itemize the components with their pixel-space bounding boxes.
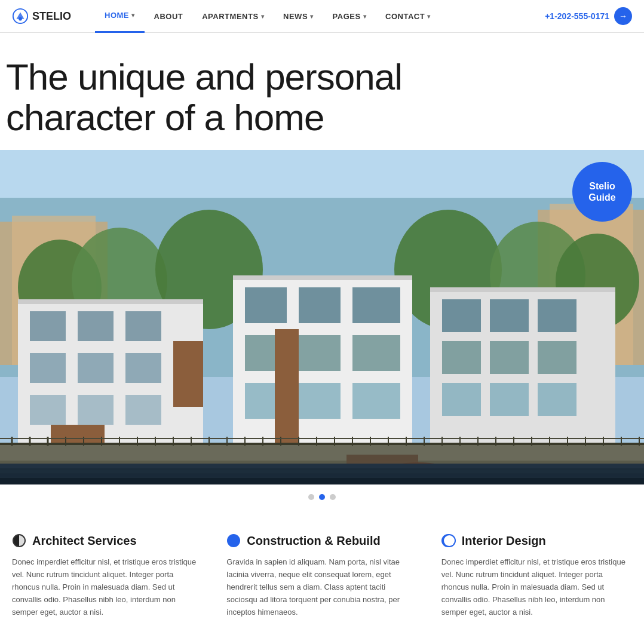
svg-rect-104 <box>0 474 644 477</box>
svg-rect-16 <box>18 299 203 304</box>
slider-dot-3[interactable] <box>330 494 336 500</box>
svg-rect-103 <box>0 470 644 473</box>
chevron-down-icon: ▾ <box>261 13 265 20</box>
svg-rect-99 <box>0 438 644 439</box>
svg-rect-25 <box>125 395 161 425</box>
slider-dots <box>0 484 644 510</box>
nav-item-about[interactable]: ABOUT <box>145 0 193 33</box>
chevron-down-icon: ▾ <box>363 13 367 20</box>
svg-rect-18 <box>78 311 114 341</box>
svg-rect-32 <box>352 287 400 323</box>
svg-point-1 <box>19 17 22 21</box>
feature-construction-text: Gravida in sapien id aliquam. Nam porta,… <box>226 556 417 618</box>
logo-icon <box>12 8 29 24</box>
logo[interactable]: STELIO <box>12 8 71 24</box>
feature-architect-title: Architect Services <box>12 533 203 548</box>
feature-architect: Architect Services Donec imperdiet effic… <box>6 533 208 618</box>
slider-dot-1[interactable] <box>308 494 314 500</box>
features-section: Architect Services Donec imperdiet effic… <box>0 510 644 630</box>
svg-rect-35 <box>352 335 400 371</box>
svg-rect-102 <box>0 464 644 468</box>
hero-building-svg <box>0 150 644 484</box>
svg-rect-22 <box>125 353 161 383</box>
architect-icon <box>12 533 26 548</box>
feature-construction: Construction & Rebuild Gravida in sapien… <box>220 533 423 618</box>
svg-rect-45 <box>442 341 481 374</box>
nav-links: HOME ▾ ABOUT APARTMENTS ▾ NEWS ▾ PAGES ▾… <box>95 0 545 33</box>
svg-rect-44 <box>538 299 576 332</box>
svg-rect-17 <box>30 311 66 341</box>
svg-rect-21 <box>78 353 114 383</box>
feature-interior: Interior Design Donec imperdiet efficitu… <box>436 533 638 618</box>
svg-rect-46 <box>490 341 529 374</box>
nav-item-news[interactable]: NEWS ▾ <box>274 0 323 33</box>
nav-phone: +1-202-555-0171 → <box>545 7 632 25</box>
svg-rect-47 <box>538 341 576 374</box>
svg-rect-37 <box>299 383 341 419</box>
svg-rect-31 <box>299 287 341 323</box>
svg-rect-34 <box>299 335 341 371</box>
guide-circle[interactable]: Stelio Guide <box>572 162 632 222</box>
svg-rect-49 <box>490 383 529 416</box>
svg-rect-100 <box>0 444 644 445</box>
interior-icon <box>441 533 456 548</box>
svg-rect-20 <box>30 353 66 383</box>
svg-rect-19 <box>125 311 161 341</box>
construction-icon <box>226 533 241 548</box>
svg-rect-53 <box>346 455 418 464</box>
hero-text: The unique and personal character of a h… <box>0 33 644 150</box>
logo-text: STELIO <box>32 10 71 23</box>
feature-interior-text: Donec imperdiet efficitur nisl, et trist… <box>441 556 632 618</box>
svg-rect-43 <box>490 299 529 332</box>
svg-rect-105 <box>0 478 644 484</box>
nav-item-apartments[interactable]: APARTMENTS ▾ <box>192 0 274 33</box>
svg-rect-41 <box>430 287 615 292</box>
svg-rect-24 <box>78 395 114 425</box>
feature-interior-title: Interior Design <box>441 533 632 548</box>
svg-rect-30 <box>245 287 287 323</box>
feature-architect-text: Donec imperdiet efficitur nisl, et trist… <box>12 556 203 618</box>
nav-item-pages[interactable]: PAGES ▾ <box>323 0 376 33</box>
hero-title: The unique and personal character of a h… <box>6 57 632 138</box>
nav-item-home[interactable]: HOME ▾ <box>95 0 145 33</box>
navbar: STELIO HOME ▾ ABOUT APARTMENTS ▾ NEWS ▾ … <box>0 0 644 33</box>
phone-arrow-icon[interactable]: → <box>614 7 632 25</box>
svg-rect-50 <box>538 383 576 416</box>
svg-rect-38 <box>352 383 400 419</box>
phone-number[interactable]: +1-202-555-0171 <box>545 11 609 21</box>
svg-rect-48 <box>442 383 481 416</box>
hero-image: Stelio Guide <box>0 150 644 484</box>
nav-item-contact[interactable]: CONTACT ▾ <box>376 0 440 33</box>
chevron-down-icon: ▾ <box>427 13 431 20</box>
chevron-down-icon: ▾ <box>310 13 314 20</box>
feature-construction-title: Construction & Rebuild <box>226 533 417 548</box>
slider-dot-2[interactable] <box>319 494 325 500</box>
svg-rect-29 <box>233 275 412 280</box>
chevron-down-icon: ▾ <box>131 12 135 19</box>
svg-rect-26 <box>173 341 203 407</box>
svg-rect-42 <box>442 299 481 332</box>
svg-rect-23 <box>30 395 66 425</box>
